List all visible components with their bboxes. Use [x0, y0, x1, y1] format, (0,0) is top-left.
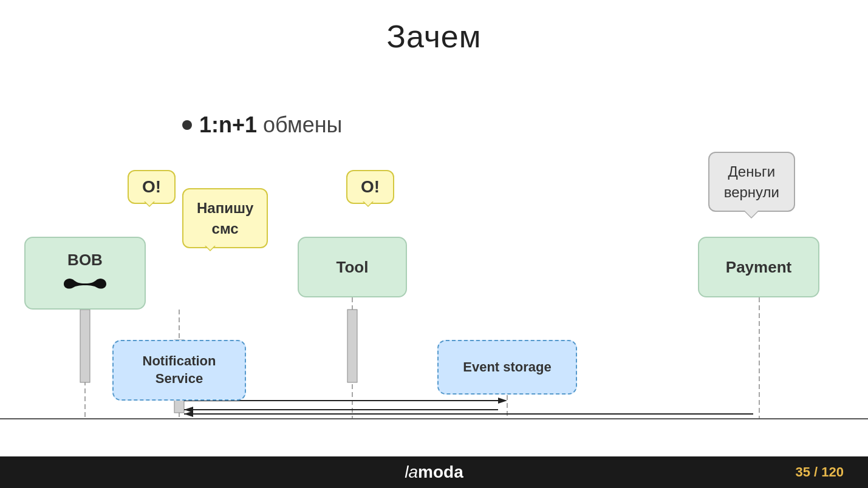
svg-marker-14 [184, 411, 193, 417]
bullet-dot [182, 120, 192, 130]
bullet-bold: 1:n+1 [199, 112, 257, 137]
mustache-icon [61, 272, 109, 296]
page-title: Зачем [0, 0, 868, 55]
speech-o1-bubble: О! [128, 170, 176, 204]
bob-label: BOB [67, 251, 103, 269]
bottom-bar: lamoda 35 / 120 [0, 456, 868, 488]
tool-box: Tool [298, 237, 407, 297]
logo-italic: la [405, 463, 418, 481]
speech-napish-line1: Напишу [197, 200, 253, 216]
speech-napish-bubble: Напишу смс [182, 188, 268, 248]
diagram: BOB О! Напишу смс О! [0, 158, 868, 486]
svg-rect-5 [80, 310, 90, 382]
speech-dengi-line2: вернули [724, 184, 779, 200]
bob-box: BOB [24, 237, 146, 310]
event-storage-box: Event storage [437, 340, 577, 395]
bullet-text: 1:n+1 обмены [199, 112, 342, 138]
speech-o1-text: О! [142, 177, 161, 196]
notification-service-box: NotificationService [112, 340, 246, 401]
notification-label: NotificationService [143, 353, 216, 387]
logo-bold: moda [418, 463, 463, 481]
bullet-rest: обмены [257, 112, 342, 137]
speech-o2-text: О! [361, 177, 380, 196]
payment-box: Payment [698, 237, 819, 297]
slide-number: 35 / 120 [795, 464, 844, 480]
speech-o2-bubble: О! [346, 170, 394, 204]
bottom-logo: lamoda [405, 463, 463, 482]
event-storage-label: Event storage [463, 359, 552, 375]
bullet-section: 1:n+1 обмены [182, 112, 342, 138]
payment-label: Payment [726, 258, 791, 277]
speech-dengi-bubble: Деньги вернули [708, 152, 795, 212]
svg-marker-10 [498, 398, 507, 404]
speech-dengi-line1: Деньги [728, 163, 776, 180]
speech-napish-line2: смс [212, 220, 239, 237]
tool-label: Tool [337, 258, 369, 277]
svg-rect-7 [347, 310, 357, 382]
